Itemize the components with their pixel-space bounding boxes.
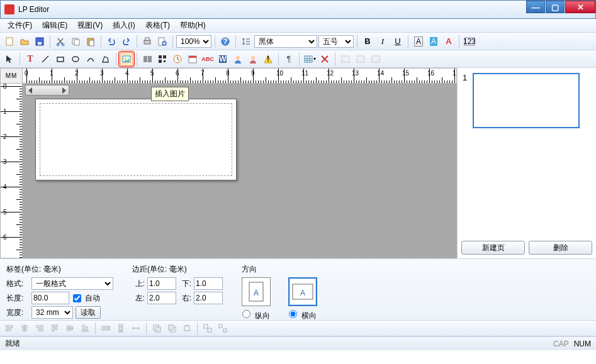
- italic-button[interactable]: I: [376, 35, 390, 48]
- landscape-radio-label[interactable]: 横向: [289, 310, 316, 321]
- close-button[interactable]: ✕: [565, 1, 595, 13]
- label-page[interactable]: [35, 99, 237, 180]
- length-input[interactable]: [31, 292, 69, 304]
- minimize-button[interactable]: —: [526, 1, 545, 13]
- svg-rect-6: [74, 40, 79, 45]
- undo-button[interactable]: [104, 35, 118, 48]
- ruler-vertical: 01234567: [0, 84, 23, 258]
- print-button[interactable]: [140, 35, 154, 48]
- menu-view[interactable]: 视图(V): [72, 19, 108, 32]
- menu-file[interactable]: 文件(F): [3, 19, 37, 32]
- portrait-icon[interactable]: A: [242, 277, 271, 306]
- cut-button[interactable]: [53, 35, 67, 48]
- thumb-page-number: 1: [463, 73, 470, 82]
- status-text: 就绪: [5, 338, 20, 349]
- delete-table-button[interactable]: [318, 52, 332, 66]
- word-button[interactable]: W: [216, 52, 230, 66]
- bring-front-button[interactable]: [150, 321, 164, 335]
- svg-rect-54: [208, 328, 211, 332]
- svg-rect-44: [108, 326, 110, 330]
- open-button[interactable]: [18, 35, 31, 48]
- pilcrow-button[interactable]: ¶: [282, 52, 296, 66]
- read-button[interactable]: 读取: [76, 306, 101, 319]
- new-button[interactable]: [3, 35, 16, 48]
- format-select[interactable]: 一般格式: [31, 277, 113, 290]
- align-right-button[interactable]: [33, 321, 47, 335]
- warning-icon[interactable]: !: [261, 52, 275, 66]
- menu-help[interactable]: 帮助(H): [175, 19, 211, 32]
- auto-checkbox[interactable]: [73, 294, 81, 302]
- line-spacing-button[interactable]: [239, 35, 253, 48]
- maximize-button[interactable]: ▢: [546, 1, 565, 13]
- svg-text:?: ?: [223, 37, 227, 46]
- counter-button[interactable]: 123: [463, 35, 476, 48]
- landscape-radio[interactable]: [289, 310, 297, 318]
- align-top-button[interactable]: [48, 321, 62, 335]
- curve-tool[interactable]: [84, 52, 98, 66]
- rect-tool[interactable]: [53, 52, 67, 66]
- line-tool[interactable]: [38, 52, 52, 66]
- calendar-button[interactable]: [186, 52, 200, 66]
- margin-left-input[interactable]: [147, 292, 176, 304]
- table-op3-button[interactable]: [369, 52, 383, 66]
- insert-image-button[interactable]: [120, 52, 133, 66]
- bring-forward-button[interactable]: [180, 321, 194, 335]
- distribute-v-button[interactable]: [114, 321, 128, 335]
- landscape-icon[interactable]: A: [288, 277, 317, 306]
- save-button[interactable]: [33, 35, 47, 48]
- copy-button[interactable]: [69, 35, 82, 48]
- align-bottom-button[interactable]: [78, 321, 92, 335]
- pointer-tool[interactable]: [3, 52, 16, 66]
- align-center-h-button[interactable]: [18, 321, 31, 335]
- toolbar-insert: T ABC W ! ¶ ▾: [0, 50, 596, 68]
- table-op2-button[interactable]: [354, 52, 368, 66]
- page-thumbnail[interactable]: [473, 73, 580, 128]
- highlight-button[interactable]: A: [427, 35, 441, 48]
- text-outline-button[interactable]: A: [442, 35, 456, 48]
- print-preview-button[interactable]: [155, 35, 169, 48]
- help-button[interactable]: ?: [218, 35, 232, 48]
- horizontal-scrollbar[interactable]: [25, 85, 69, 96]
- font-name-select[interactable]: 黑体: [254, 35, 317, 48]
- qrcode-button[interactable]: [155, 52, 169, 66]
- margin-bottom-input[interactable]: [194, 277, 223, 290]
- menu-edit[interactable]: 编辑(E): [37, 19, 72, 32]
- portrait-radio-label[interactable]: 纵向: [242, 310, 269, 321]
- delete-page-button[interactable]: 删除: [529, 241, 592, 255]
- svg-text:A: A: [300, 289, 305, 297]
- font-color-button[interactable]: A: [412, 35, 425, 48]
- caps-indicator: CAP: [553, 339, 569, 348]
- bold-button[interactable]: B: [361, 35, 374, 48]
- paste-button[interactable]: [84, 35, 98, 48]
- font-size-select[interactable]: 五号: [318, 35, 354, 48]
- redo-button[interactable]: [120, 35, 133, 48]
- group-button[interactable]: [201, 321, 215, 335]
- menu-table[interactable]: 表格(T): [140, 19, 175, 32]
- status-bar: 就绪 CAP NUM: [0, 336, 596, 350]
- person2-icon[interactable]: [246, 52, 260, 66]
- zoom-select[interactable]: 100%: [176, 35, 211, 48]
- ellipse-tool[interactable]: [69, 52, 82, 66]
- table-op1-button[interactable]: [339, 52, 352, 66]
- text-tool[interactable]: T: [23, 52, 37, 66]
- polygon-tool[interactable]: [99, 52, 113, 66]
- same-width-button[interactable]: [129, 321, 143, 335]
- margin-right-input[interactable]: [194, 292, 223, 304]
- align-left-button[interactable]: [3, 321, 16, 335]
- width-select[interactable]: 32 mm: [31, 306, 73, 319]
- margin-top-input[interactable]: [147, 277, 176, 290]
- barcode-button[interactable]: [140, 52, 154, 66]
- canvas-area[interactable]: [23, 84, 457, 258]
- clock-button[interactable]: [171, 52, 184, 66]
- send-back-button[interactable]: [165, 321, 179, 335]
- insert-table-button[interactable]: ▾: [303, 52, 317, 66]
- menu-insert[interactable]: 插入(I): [108, 19, 140, 32]
- portrait-radio[interactable]: [242, 310, 250, 318]
- abc-button[interactable]: ABC: [201, 52, 215, 66]
- ungroup-button[interactable]: [216, 321, 230, 335]
- distribute-h-button[interactable]: [99, 321, 113, 335]
- new-page-button[interactable]: 新建页: [461, 241, 525, 255]
- align-middle-button[interactable]: [63, 321, 77, 335]
- underline-button[interactable]: U: [391, 35, 405, 48]
- person1-icon[interactable]: [231, 52, 245, 66]
